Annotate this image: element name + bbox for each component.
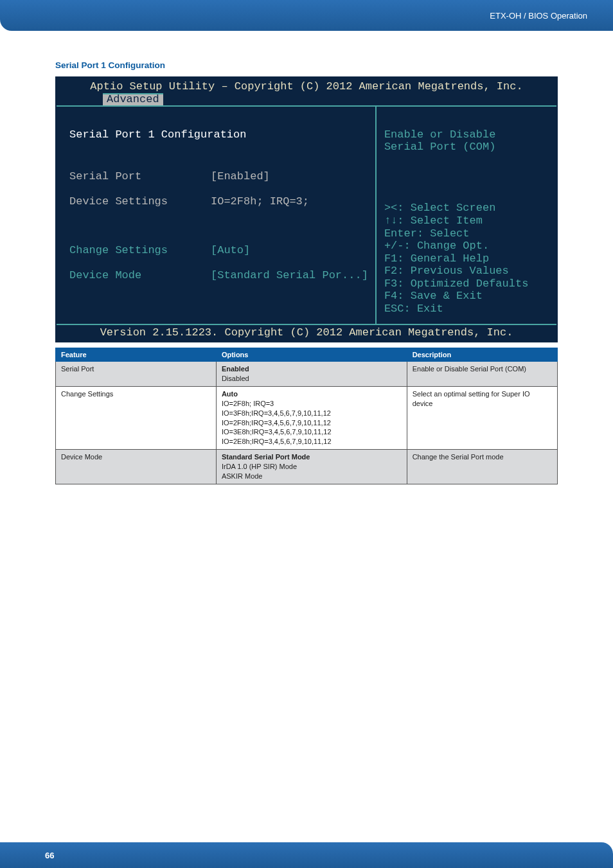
bios-help-line2: Serial Port (COM)	[384, 141, 495, 153]
cell-options: EnabledDisabled	[216, 362, 407, 387]
cell-description: Change the Serial Port mode	[407, 450, 557, 484]
doc-title: ETX-OH / BIOS Operation	[490, 11, 587, 21]
bios-item-change-settings-value[interactable]: [Auto]	[211, 244, 250, 257]
table-header-row: Feature Options Description	[56, 348, 558, 362]
bios-item-device-mode-value[interactable]: [Standard Serial Por...]	[211, 269, 368, 282]
bios-right-pane: Enable or Disable Serial Port (COM) ><: …	[377, 105, 556, 324]
cell-options: Standard Serial Port ModeIrDA 1.0 (HP SI…	[216, 450, 407, 484]
bios-heading: Serial Port 1 Configuration	[69, 128, 211, 141]
cell-options: AutoIO=2F8h; IRQ=3 IO=3F8h;IRQ=3,4,5,6,7…	[216, 387, 407, 450]
table-row: Serial Port EnabledDisabled Enable or Di…	[56, 362, 558, 387]
th-feature: Feature	[56, 348, 217, 362]
bios-nav-l2: ↑↓: Select Item	[384, 215, 483, 227]
bios-nav-l3: Enter: Select	[384, 227, 470, 240]
cell-description: Select an optimal setting for Super IO d…	[407, 387, 557, 450]
bios-item-device-settings-label: Device Settings	[69, 195, 211, 208]
bios-nav-help: ><: Select Screen ↑↓: Select Item Enter:…	[384, 190, 549, 315]
bios-nav-l5: F1: General Help	[384, 252, 489, 265]
cell-feature: Change Settings	[56, 387, 217, 450]
doc-header: ETX-OH / BIOS Operation	[0, 0, 613, 31]
bios-nav-l7: F3: Optimized Defaults	[384, 278, 528, 290]
bios-item-device-settings-value: IO=2F8h; IRQ=3;	[211, 195, 309, 208]
feature-table: Feature Options Description Serial Port …	[55, 348, 558, 484]
th-options: Options	[216, 348, 407, 362]
bios-help-line1: Enable or Disable	[384, 128, 495, 141]
bios-title: Aptio Setup Utility – Copyright (C) 2012…	[57, 78, 556, 93]
bios-nav-l9: ESC: Exit	[384, 303, 443, 315]
bios-nav-l6: F2: Previous Values	[384, 265, 509, 277]
opt-other: Disabled	[222, 375, 249, 382]
bios-help-text: Enable or Disable Serial Port (COM)	[384, 116, 549, 154]
opt-other: IO=2F8h; IRQ=3 IO=3F8h;IRQ=3,4,5,6,7,9,1…	[222, 400, 332, 445]
table-row: Change Settings AutoIO=2F8h; IRQ=3 IO=3F…	[56, 387, 558, 450]
bios-nav-l1: ><: Select Screen	[384, 202, 495, 214]
cell-feature: Serial Port	[56, 362, 217, 387]
bios-item-serial-port-label[interactable]: Serial Port	[69, 170, 211, 183]
th-description: Description	[407, 348, 557, 362]
bios-tab-row: Advanced	[57, 93, 556, 105]
page-number: 66	[45, 851, 54, 860]
bios-nav-l8: F4: Save & Exit	[384, 290, 483, 302]
bios-nav-l4: +/-: Change Opt.	[384, 240, 489, 252]
section-title: Serial Port 1 Configuration	[55, 60, 558, 70]
bios-item-change-settings-label[interactable]: Change Settings	[69, 244, 211, 257]
page-footer: 66	[0, 842, 613, 868]
bios-version: Version 2.15.1223. Copyright (C) 2012 Am…	[57, 324, 556, 341]
table-row: Device Mode Standard Serial Port ModeIrD…	[56, 450, 558, 484]
bios-item-serial-port-value[interactable]: [Enabled]	[211, 170, 270, 183]
cell-feature: Device Mode	[56, 450, 217, 484]
bios-screenshot: Aptio Setup Utility – Copyright (C) 2012…	[55, 76, 558, 342]
bios-item-device-mode-label[interactable]: Device Mode	[69, 269, 211, 282]
opt-default: Auto	[222, 390, 238, 398]
cell-description: Enable or Disable Serial Port (COM)	[407, 362, 557, 387]
opt-default: Enabled	[222, 365, 249, 373]
bios-left-pane: Serial Port 1 Configuration Serial Port[…	[57, 105, 377, 324]
opt-other: IrDA 1.0 (HP SIR) Mode ASKIR Mode	[222, 463, 297, 480]
opt-default: Standard Serial Port Mode	[222, 453, 310, 461]
bios-tab-advanced[interactable]: Advanced	[103, 93, 163, 105]
